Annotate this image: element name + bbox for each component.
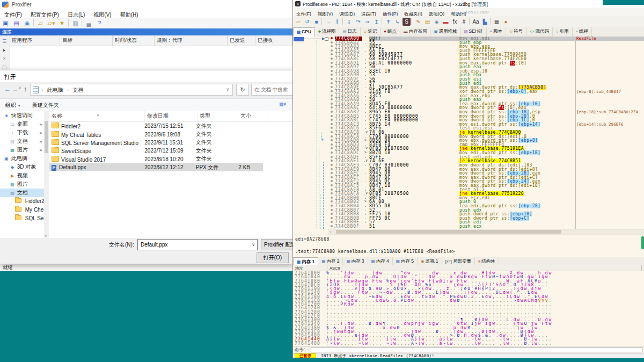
help-icon[interactable]: ? bbox=[95, 19, 104, 27]
tab-符号[interactable]: ◇符号 bbox=[506, 27, 526, 37]
breakpoint-dot-icon[interactable] bbox=[328, 168, 335, 172]
breakpoint-dot-icon[interactable] bbox=[328, 102, 335, 106]
breakpoint-dot-icon[interactable] bbox=[328, 77, 335, 82]
breakpoint-dot-icon[interactable] bbox=[328, 155, 335, 160]
breadcrumb-this-pc[interactable]: 此电脑 bbox=[46, 84, 65, 94]
tab-源代码[interactable]: <>源代码 bbox=[526, 27, 553, 37]
save-profile-icon[interactable]: ▼ bbox=[57, 19, 67, 27]
file-column-header[interactable]: 修改日期 bbox=[145, 111, 197, 121]
eraser-icon[interactable]: ▬ bbox=[442, 18, 450, 26]
dump-row[interactable]: 776410C0ïäÕ8....I{dw......5.]%D.-4D.%ù:.… bbox=[293, 283, 644, 287]
dump-row[interactable]: 77641340....T.dw....Ø.dw¶.....dwprjw'igw… bbox=[293, 322, 644, 325]
breakpoint-dot-icon[interactable] bbox=[328, 131, 335, 135]
organize-button[interactable]: 组织 ▼ bbox=[5, 102, 21, 109]
tab-内存 4[interactable]: ▦内存 4 bbox=[368, 257, 393, 265]
tab-结构体[interactable]: §结构体 bbox=[475, 257, 499, 265]
new-profile-icon[interactable]: ▱ bbox=[36, 19, 45, 27]
breakpoint-dot-icon[interactable] bbox=[328, 220, 335, 225]
pause-icon[interactable]: ‖ bbox=[333, 18, 341, 26]
patches-icon[interactable]: ▤ bbox=[423, 18, 431, 26]
tab-内存 2[interactable]: ▦内存 2 bbox=[318, 257, 343, 265]
close-connection-icon[interactable]: × bbox=[0, 56, 9, 61]
breakpoint-dot-icon[interactable] bbox=[328, 171, 335, 176]
dump-row[interactable]: 77641480'~lw.....~lw.... ~lw....À~lw....… bbox=[293, 342, 644, 345]
command-input[interactable] bbox=[311, 347, 642, 352]
expand-icon[interactable]: ▸ bbox=[0, 47, 9, 53]
dump-row[interactable]: 776413C0..jw@ngw................|dw....Ø… bbox=[293, 330, 644, 334]
dump-row[interactable]: 776411804.6.ÎEdw.. .¬Édw.....Édw...tÉdw … bbox=[293, 295, 644, 299]
memory-dump-pane[interactable]: 地址 ASCII 77641000%...')dw.....|dw.....^d… bbox=[293, 265, 644, 346]
calculator-icon[interactable]: ▦ bbox=[493, 18, 501, 26]
search-input[interactable]: 在 文档 中搜索 bbox=[251, 84, 293, 96]
attach-icon[interactable]: ↳ bbox=[393, 18, 401, 26]
tab-监视 1[interactable]: ◉监视 1 bbox=[418, 257, 442, 265]
breakpoint-dot-icon[interactable] bbox=[328, 41, 335, 45]
breakpoint-dot-icon[interactable] bbox=[328, 159, 335, 163]
tab-调用堆栈[interactable]: ▣调用堆栈 bbox=[430, 27, 460, 37]
sidebar-scrollbar[interactable]: ∨ bbox=[44, 111, 49, 238]
run-to-cursor-icon[interactable]: ⇒ bbox=[363, 18, 371, 26]
breakpoint-dot-icon[interactable] bbox=[328, 73, 335, 77]
sidebar-item-My Cheat Tab[interactable]: My Cheat Tab bbox=[0, 206, 44, 214]
sidebar-item-此电脑[interactable]: ▣ 此电脑 bbox=[0, 154, 44, 163]
breakpoint-dot-icon[interactable] bbox=[328, 106, 335, 110]
assemble-pencil-icon[interactable]: ✎ bbox=[414, 18, 422, 26]
sidebar-item-3D 对象[interactable]: ◆ 3D 对象 bbox=[0, 163, 44, 171]
breakpoint-dot-icon[interactable] bbox=[328, 163, 335, 168]
fx-icon[interactable]: fx bbox=[451, 18, 459, 26]
breakpoint-dot-icon[interactable] bbox=[328, 85, 335, 90]
file-column-header[interactable]: 大小 bbox=[238, 111, 268, 121]
breakpoint-dot-icon[interactable] bbox=[328, 110, 335, 114]
column-header[interactable]: 已接收 bbox=[255, 35, 292, 46]
file-column-header[interactable]: 类型 bbox=[197, 111, 238, 121]
tab-线程[interactable]: »线程 bbox=[573, 27, 592, 37]
breakpoint-dot-icon[interactable] bbox=[328, 204, 335, 208]
column-header[interactable]: 目标 bbox=[60, 35, 113, 46]
font-icon[interactable]: Aa bbox=[472, 18, 480, 26]
tab-笔记[interactable]: ▱笔记 bbox=[361, 27, 381, 37]
breakpoint-dot-icon[interactable] bbox=[328, 192, 335, 196]
print-icon[interactable]: ▄ bbox=[84, 19, 93, 27]
breakpoint-dot-icon[interactable] bbox=[328, 196, 335, 200]
disassembly-hscrollbar[interactable]: ‹ bbox=[328, 229, 644, 235]
dump-row[interactable]: 77641100.{dw....v]g.å.9Ð.».òÕÔ×...×{dw..… bbox=[293, 287, 644, 291]
dump-row[interactable]: 77641440À}lw.....}lw.... }lw....À}lw....… bbox=[293, 337, 644, 341]
dump-row[interactable]: 776412C0................................… bbox=[293, 314, 644, 318]
restart-icon[interactable]: ↺ bbox=[303, 18, 311, 26]
breakpoint-dot-icon[interactable] bbox=[328, 184, 335, 188]
tab-内存 1[interactable]: ▦内存 1 bbox=[293, 257, 318, 265]
scroll-left-icon[interactable]: ‹ bbox=[330, 230, 331, 234]
open-file-icon[interactable]: ▱ bbox=[294, 18, 302, 26]
new-folder-button[interactable]: 新建文件夹 bbox=[32, 102, 59, 109]
dump-row[interactable]: 77641000%...')dw.....|dw.....^dw......dw… bbox=[293, 271, 644, 275]
step-out-icon[interactable]: ↥ bbox=[372, 18, 380, 26]
breakpoint-dot-icon[interactable] bbox=[328, 118, 335, 122]
breakpoint-dot-icon[interactable] bbox=[328, 98, 335, 102]
sidebar-item-Fiddler2[interactable]: Fiddler2 bbox=[0, 197, 44, 206]
breakpoint-dot-icon[interactable] bbox=[328, 179, 335, 184]
sidebar-item-快速访问[interactable]: ★ 快速访问 bbox=[0, 111, 44, 120]
tab-内存 5[interactable]: ▦内存 5 bbox=[393, 257, 418, 265]
breakpoint-dot-icon[interactable] bbox=[328, 126, 335, 131]
sidebar-item-下载[interactable]: ↓ 下载⚑ bbox=[0, 128, 44, 137]
breadcrumb-documents[interactable]: 文档 bbox=[71, 84, 85, 94]
breakpoint-dot-icon[interactable] bbox=[328, 37, 335, 41]
proxification-rules-icon[interactable]: ▤ bbox=[12, 19, 21, 27]
breakpoint-dot-icon[interactable] bbox=[328, 135, 335, 139]
breakpoint-dot-icon[interactable] bbox=[328, 65, 335, 69]
filename-input[interactable]: Default.ppx ∨ bbox=[137, 239, 258, 250]
up-icon[interactable]: ↑ bbox=[24, 85, 27, 93]
breakpoint-dot-icon[interactable] bbox=[328, 212, 335, 216]
dump-row[interactable]: 77641280................................… bbox=[293, 310, 644, 314]
file-row[interactable]: Visual Studio 20172023/8/18 10:20文件夹 bbox=[49, 155, 263, 163]
copy-icon[interactable]: ▢ bbox=[0, 64, 9, 70]
tab-日志[interactable]: ▤日志 bbox=[339, 27, 360, 37]
breakpoint-dot-icon[interactable] bbox=[328, 151, 335, 155]
seh-chain-icon[interactable]: S bbox=[402, 18, 411, 26]
file-row[interactable]: SQL Server Management Studio2023/9/11 15… bbox=[49, 139, 263, 147]
tab-引用[interactable]: ○引用 bbox=[553, 27, 573, 37]
info-scroll-thumb[interactable] bbox=[641, 236, 644, 249]
dump-row[interactable]: 77641080'Etw Ftw@wgw Ftw'%gw'igw'Etw Ftw… bbox=[293, 279, 644, 283]
breakpoint-dot-icon[interactable] bbox=[328, 208, 335, 213]
hash-icon[interactable]: # bbox=[460, 18, 468, 26]
